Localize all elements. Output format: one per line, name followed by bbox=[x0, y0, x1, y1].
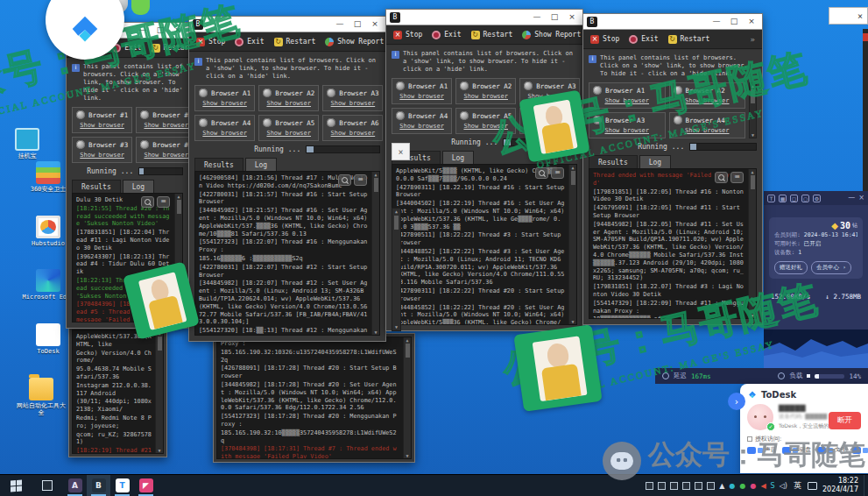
show-browser-link[interactable]: Show browser bbox=[604, 127, 649, 134]
taskbar-app-a[interactable]: A bbox=[63, 475, 87, 496]
close-button[interactable]: × bbox=[743, 14, 760, 29]
toolbar-button-stop[interactable]: ×Stop bbox=[590, 35, 619, 44]
log-output[interactable]: Thread ended with message 'Failed Play V… bbox=[589, 168, 757, 319]
access-keyboard[interactable]: 键盘 bbox=[782, 446, 811, 454]
search-icon[interactable] bbox=[535, 167, 548, 179]
scroll-thumb[interactable] bbox=[158, 337, 162, 351]
search-icon[interactable] bbox=[338, 174, 351, 186]
tray-window-icon[interactable] bbox=[670, 482, 678, 490]
tab-results[interactable]: Results bbox=[72, 180, 121, 193]
close-button[interactable]: × bbox=[169, 23, 187, 38]
taskbar-app-bas-pink[interactable]: ◤ bbox=[134, 475, 158, 496]
toolbar-button-show-report[interactable]: Show Report bbox=[325, 38, 384, 46]
access-camera[interactable]: 摄像头 bbox=[852, 446, 868, 454]
tray-wechat-icon[interactable]: ● bbox=[739, 475, 745, 496]
android-icon[interactable] bbox=[131, 0, 150, 15]
input-language-indicator[interactable]: 英 bbox=[792, 480, 803, 492]
show-browser-link[interactable]: Show browser bbox=[144, 152, 188, 159]
access-files[interactable]: 文件 bbox=[817, 446, 846, 454]
scroll-up-icon[interactable]: ▲ bbox=[752, 83, 754, 89]
scroll-down-icon[interactable]: ▼ bbox=[751, 313, 753, 318]
scroll-down-icon[interactable]: ▼ bbox=[158, 448, 160, 453]
tray-window-icon[interactable] bbox=[707, 482, 715, 490]
show-browser-link[interactable]: Show browser bbox=[399, 93, 444, 100]
scroll-thumb[interactable] bbox=[374, 178, 378, 192]
show-browser-link[interactable]: Show browser bbox=[80, 122, 124, 129]
scroll-thumb[interactable] bbox=[751, 89, 755, 103]
desktop-icon--[interactable]: 网站自动化工具大全 bbox=[14, 378, 68, 416]
checkbox-icon[interactable] bbox=[747, 436, 752, 442]
show-browser-link[interactable]: Show browser bbox=[331, 100, 376, 107]
menu-icon[interactable]: ≡ bbox=[157, 196, 170, 208]
text-tool-icon[interactable]: T bbox=[767, 195, 775, 202]
scrollbar[interactable]: ▲▼ bbox=[403, 337, 411, 458]
scroll-up-icon[interactable]: ▲ bbox=[751, 169, 753, 174]
menu-icon[interactable]: ≡ bbox=[551, 167, 564, 179]
tab-log[interactable]: Log bbox=[442, 151, 474, 164]
collapse-panel-button[interactable]: › bbox=[728, 393, 745, 410]
access-audio[interactable]: 声音 bbox=[747, 446, 776, 454]
minimize-button[interactable]: — bbox=[134, 23, 152, 38]
member-center-button[interactable]: 会员中心 › bbox=[811, 261, 851, 274]
tray-volume-icon[interactable]: ◁) bbox=[780, 475, 787, 496]
log-output[interactable]: AppleWebKit/537.36 (KHTML, likeGecko) Ve… bbox=[72, 329, 164, 454]
scroll-down-icon[interactable]: ▼ bbox=[374, 329, 377, 335]
tab-log[interactable]: Log bbox=[245, 158, 277, 171]
scrollbar[interactable]: ▲▼ bbox=[155, 330, 163, 453]
tray-window-icon[interactable] bbox=[695, 482, 702, 490]
close-icon[interactable]: × bbox=[857, 11, 863, 21]
toolbar-button-show-report[interactable]: Show Report bbox=[522, 31, 581, 39]
clock[interactable]: 18:22 2024/4/17 bbox=[817, 477, 864, 494]
start-button[interactable] bbox=[0, 475, 32, 496]
show-browser-link[interactable]: Show browser bbox=[685, 97, 730, 104]
disconnect-button[interactable]: 断开 bbox=[829, 412, 861, 429]
scroll-down-icon[interactable]: ▼ bbox=[752, 132, 754, 138]
scrollbar[interactable]: ▲▼ bbox=[392, 208, 401, 331]
tab-log[interactable]: Log bbox=[123, 180, 154, 193]
toolbar-button-exit[interactable]: Exit bbox=[112, 44, 141, 53]
scrollbar[interactable]: ▲▼ bbox=[748, 169, 756, 318]
touch-keyboard-icon[interactable] bbox=[808, 482, 817, 490]
show-browser-link[interactable]: Show browser bbox=[463, 123, 508, 130]
tray-window-icon[interactable] bbox=[682, 482, 690, 490]
scroll-up-icon[interactable]: ▲ bbox=[374, 172, 377, 177]
tray-expand-icon[interactable]: ▲ bbox=[719, 475, 724, 496]
task-view-button[interactable] bbox=[32, 475, 63, 496]
toolbar-button-restart[interactable]: ↻Restart bbox=[471, 31, 513, 39]
toolbar-button-restart[interactable]: ↻Restart bbox=[152, 44, 194, 53]
show-browser-link[interactable]: Show browser bbox=[266, 130, 311, 137]
scrollbar[interactable]: ▲▼ bbox=[749, 82, 757, 138]
show-browser-link[interactable]: Show browser bbox=[604, 97, 649, 104]
scroll-thumb[interactable] bbox=[751, 175, 755, 189]
toolbar-button-exit[interactable]: Exit bbox=[629, 35, 658, 44]
tray-network-icon[interactable]: ● bbox=[730, 475, 736, 496]
overflow-chevron-icon[interactable]: » bbox=[751, 35, 755, 44]
scroll-down-icon[interactable]: ▼ bbox=[406, 453, 408, 458]
settings-icon[interactable]: ⚙ bbox=[813, 195, 821, 202]
maximize-button[interactable]: □ bbox=[152, 23, 169, 38]
log-output[interactable]: Proxy :185.165.190.32:10326:u13572404359… bbox=[216, 337, 412, 459]
log-output[interactable]: AppleWebKit/5▒▒▒▒ (KHTML, like Gecko) Ch… bbox=[392, 164, 577, 325]
desktop-icon--[interactable]: 挂机宝 bbox=[0, 128, 54, 159]
menu-icon[interactable]: ≡ bbox=[354, 174, 367, 186]
show-browser-link[interactable]: Show browser bbox=[685, 127, 730, 134]
search-icon[interactable] bbox=[141, 196, 154, 208]
screenshot-icon[interactable]: ◻ bbox=[790, 195, 798, 202]
log-output[interactable]: [462900584] [18:21:56] Thread #17 : Mula… bbox=[194, 171, 380, 336]
window-titlebar[interactable]: B—□× bbox=[386, 10, 582, 25]
close-icon[interactable]: × bbox=[858, 191, 864, 205]
scrollbar[interactable]: ▲▼ bbox=[568, 165, 576, 324]
background-window-titlebar[interactable]: × bbox=[829, 7, 868, 25]
toolbar-button-exit[interactable]: Exit bbox=[432, 31, 461, 39]
scroll-down-icon[interactable]: ▼ bbox=[571, 319, 574, 324]
show-browser-link[interactable]: Show browser bbox=[399, 123, 444, 130]
toast-close-button[interactable]: × bbox=[392, 143, 410, 160]
refresh-icon[interactable]: ○ bbox=[801, 195, 809, 202]
window-titlebar[interactable]: B—□× bbox=[583, 14, 762, 30]
show-browser-link[interactable]: Show browser bbox=[202, 100, 247, 107]
gift-button[interactable]: 赠送好礼 bbox=[774, 261, 808, 274]
maximize-button[interactable]: □ bbox=[725, 14, 743, 29]
scroll-thumb[interactable] bbox=[571, 171, 575, 185]
show-browser-link[interactable]: Show browser bbox=[202, 130, 247, 137]
menu-icon[interactable]: ≡ bbox=[730, 172, 744, 183]
